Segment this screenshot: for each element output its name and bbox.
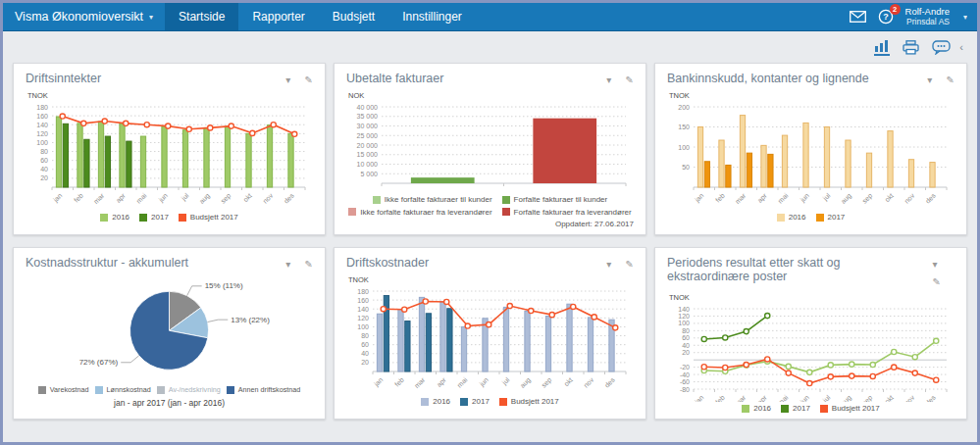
panel-edit-icon[interactable]: ✎	[305, 259, 313, 270]
chart-legend: VarekostnadLønnskostnadAv-/nedskrivningA…	[26, 385, 313, 395]
legend-swatch	[502, 208, 510, 216]
legend-item[interactable]: 2017	[139, 212, 169, 223]
svg-text:50: 50	[682, 164, 690, 171]
svg-text:jun: jun	[799, 192, 811, 205]
svg-text:sep: sep	[861, 394, 875, 403]
legend-item[interactable]: 2017	[816, 212, 846, 223]
panel-collapse-icon[interactable]: ▾	[932, 259, 937, 270]
legend-item[interactable]: Forfalte fakturaer til kunder	[502, 194, 608, 206]
legend-item[interactable]: 2017	[460, 396, 490, 408]
panel-edit-icon[interactable]: ✎	[626, 74, 634, 85]
panel-collapse-icon[interactable]: ▾	[606, 74, 611, 85]
legend-item[interactable]: 2016	[742, 403, 771, 415]
legend-swatch	[777, 214, 785, 222]
chart: 50100150200janfebmaraprmaijunjulaugsepok…	[667, 101, 954, 211]
tab-budsjett[interactable]: Budsjett	[319, 3, 388, 30]
legend-swatch	[139, 214, 147, 222]
svg-text:40: 40	[40, 166, 48, 173]
legend-item[interactable]: 2016	[100, 212, 129, 223]
svg-text:feb: feb	[393, 376, 405, 388]
chart-legend: 20162017Budsjett 2017	[346, 396, 634, 408]
panel-edit-icon[interactable]: ✎	[932, 276, 940, 287]
chart-legend: 20162017Budsjett 2017	[26, 212, 313, 223]
svg-text:nov: nov	[583, 375, 595, 388]
legend-swatch	[157, 386, 165, 394]
svg-text:10 000: 10 000	[357, 161, 379, 168]
svg-text:mai: mai	[135, 191, 148, 204]
svg-text:-40: -40	[680, 371, 690, 378]
svg-text:20: 20	[682, 349, 690, 356]
svg-text:140: 140	[357, 306, 369, 313]
panel-edit-icon[interactable]: ✎	[305, 74, 313, 85]
comments-icon[interactable]	[932, 40, 951, 55]
svg-text:5 000: 5 000	[360, 171, 378, 177]
svg-text:200: 200	[678, 104, 690, 111]
legend-swatch	[816, 214, 824, 222]
legend-item[interactable]: Budsjett 2017	[499, 396, 559, 408]
svg-text:mar: mar	[734, 393, 748, 402]
user-menu[interactable]: Rolf-Andre Prinsdal AS	[905, 7, 950, 27]
panel-title: Periodens resultat etter skatt og ekstra…	[667, 256, 922, 283]
svg-text:40 000: 40 000	[357, 104, 379, 111]
svg-text:jan: jan	[693, 192, 705, 205]
legend-item[interactable]: Budsjett 2017	[820, 403, 880, 415]
svg-text:jul: jul	[180, 191, 191, 203]
svg-text:des: des	[603, 375, 616, 388]
mail-icon[interactable]	[850, 11, 866, 23]
app-menu[interactable]: Visma Økonomioversikt ▾	[3, 3, 165, 30]
legend-item[interactable]: Av-/nedskrivning	[157, 385, 221, 395]
panel-collapse-icon[interactable]: ▾	[606, 259, 611, 270]
svg-text:feb: feb	[73, 192, 84, 204]
svg-text:jun: jun	[478, 376, 490, 389]
tab-rapporter[interactable]: Rapporter	[238, 3, 318, 30]
svg-text:aug: aug	[840, 394, 853, 403]
svg-text:des: des	[924, 393, 937, 402]
tab-startside[interactable]: Startside	[165, 3, 238, 30]
bar-chart-icon[interactable]	[874, 39, 890, 56]
legend-item[interactable]: Lønnskostnad	[95, 385, 151, 395]
legend-item[interactable]: 2016	[777, 212, 806, 223]
svg-text:20 000: 20 000	[357, 142, 379, 149]
legend-item[interactable]: Ikke forfalte fakturaer til kunder	[373, 194, 492, 206]
svg-text:120: 120	[678, 313, 690, 320]
legend-item[interactable]: 2017	[781, 403, 810, 415]
svg-text:mar: mar	[734, 191, 748, 205]
legend-item[interactable]: Ikke forfalte fakturaer fra leverandører	[348, 207, 491, 219]
axis-unit-label: TNOK	[348, 275, 634, 284]
svg-text:140: 140	[36, 122, 48, 128]
tab-innstillinger[interactable]: Innstillinger	[388, 3, 476, 30]
svg-text:nov: nov	[262, 191, 275, 204]
svg-text:okt: okt	[883, 394, 895, 403]
legend-item[interactable]: Varekostnad	[38, 385, 89, 395]
panel-edit-icon[interactable]: ✎	[947, 74, 954, 85]
legend-swatch	[820, 405, 828, 413]
help-icon[interactable]: ? 2	[878, 9, 894, 25]
chart: 15% (11%)13% (22%)72% (67%)	[26, 272, 313, 384]
svg-text:aug: aug	[519, 376, 533, 390]
legend-swatch	[502, 196, 510, 204]
svg-text:100: 100	[678, 144, 690, 151]
legend-swatch	[348, 208, 356, 216]
panel-edit-icon[interactable]: ✎	[626, 259, 634, 270]
svg-text:60: 60	[682, 334, 690, 341]
collapse-icon[interactable]: ‹	[959, 41, 963, 53]
legend-swatch	[421, 398, 429, 406]
panel-collapse-icon[interactable]: ▾	[927, 74, 932, 85]
dashboard-panel: Driftsinntekter ▾ ✎ TNOK 204060801001201…	[13, 63, 326, 235]
svg-text:aug: aug	[198, 192, 212, 206]
legend-item[interactable]: Budsjett 2017	[179, 212, 238, 223]
svg-text:des: des	[283, 191, 295, 204]
printer-icon[interactable]	[903, 40, 919, 55]
user-company: Prinsdal AS	[905, 18, 950, 27]
svg-text:100: 100	[36, 139, 48, 146]
svg-text:100: 100	[357, 323, 369, 330]
legend-item[interactable]: 2016	[421, 396, 450, 408]
panel-collapse-icon[interactable]: ▾	[285, 74, 290, 85]
legend-item[interactable]: Annen driftskostnad	[227, 385, 301, 395]
panel-collapse-icon[interactable]: ▾	[285, 259, 290, 270]
svg-text:feb: feb	[714, 394, 726, 403]
svg-text:120: 120	[36, 130, 48, 137]
svg-text:80: 80	[40, 148, 48, 155]
legend-item[interactable]: Forfalte fakturaer fra leverandører	[502, 207, 632, 219]
svg-text:feb: feb	[714, 192, 726, 204]
